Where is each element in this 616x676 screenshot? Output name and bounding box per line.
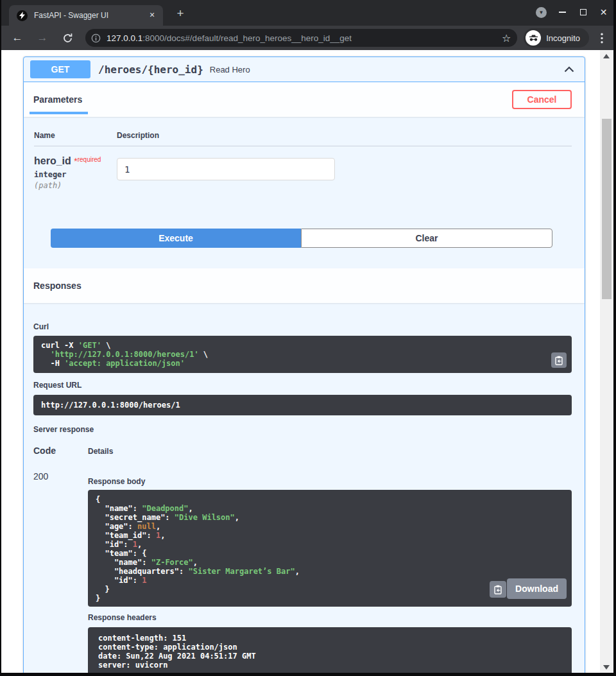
response-body-label: Response body [88,477,572,486]
tab-parameters[interactable]: Parameters [33,94,82,105]
window-controls: ▼ ✕ [536,0,608,24]
parameter-value-cell [117,155,335,190]
status-code: 200 [33,471,88,673]
incognito-label: Incognito [546,33,580,43]
responses-title: Responses [33,281,81,291]
browser-toolbar: ← → 127.0.0.1:8000/docs#/default/read_he… [1,26,613,50]
http-method-badge: GET [30,60,90,78]
page-scrollbar[interactable] [600,50,613,673]
response-headers-label: Response headers [88,613,572,622]
code-line: "headquarters": "Sister Margaret’s Bar", [96,567,564,576]
swagger-page: GET /heroes/{hero_id} Read Hero Paramete… [1,50,613,673]
code-line: -H 'accept: application/json' [41,359,564,368]
hero-id-input[interactable] [117,158,335,180]
clear-button[interactable]: Clear [301,229,552,248]
endpoint-summary: Read Hero [210,65,250,74]
active-tab-underline [30,112,88,114]
scrollbar-thumb[interactable] [602,119,612,299]
code-line: date: Sun,22 Aug 2021 04:51:17 GMT [98,652,561,661]
browser-window: FastAPI - Swagger UI × + ▼ ✕ ← → 127.0.0… [0,0,616,676]
reload-icon[interactable] [60,31,74,45]
execute-wrapper: Execute Clear [51,229,552,248]
tab-title: FastAPI - Swagger UI [34,11,146,20]
code-line: { [96,495,564,504]
address-bar[interactable]: 127.0.0.1:8000/docs#/default/read_hero_h… [85,29,517,47]
browser-update-icon[interactable]: ▼ [536,7,547,18]
maximize-button[interactable] [578,8,588,17]
column-header-name: Name [34,131,117,140]
parameter-location: (path) [34,181,117,190]
fastapi-favicon-icon [17,10,28,21]
code-line: "team": { [96,549,564,558]
forward-icon[interactable]: → [35,31,49,45]
code-line: 'http://127.0.0.1:8000/heroes/1' \ [41,350,564,359]
code-line: "team_id": 1, [96,531,564,540]
cancel-button[interactable]: Cancel [512,90,572,109]
curl-code-block: curl -X 'GET' \ 'http://127.0.0.1:8000/h… [33,336,572,373]
live-response-row: 200 Response body Download { "name": "De… [33,471,572,673]
code-line: "name": "Z-Force", [96,558,564,567]
window-close-button[interactable]: ✕ [599,8,608,17]
scrollbar-down-arrow-icon[interactable] [603,665,610,670]
parameter-row-hero-id: hero_id *required integer (path) [34,146,572,190]
tab-strip: FastAPI - Swagger UI × + ▼ ✕ [1,0,613,26]
column-header-description: Description [117,131,159,140]
code-line: server: uvicorn [98,661,561,670]
parameter-name-cell: hero_id *required integer (path) [34,155,117,190]
opblock-get-heroes: GET /heroes/{hero_id} Read Hero Paramete… [23,56,585,673]
scrollbar-up-arrow-icon[interactable] [603,54,610,58]
url-text[interactable]: 127.0.0.1:8000/docs#/default/read_hero_h… [107,33,502,43]
back-icon[interactable]: ← [10,31,24,45]
copy-response-button[interactable] [490,581,506,598]
responses-header: Responses [24,268,585,303]
request-url-value: http://127.0.0.1:8000/heroes/1 [41,401,564,410]
tab-close-icon[interactable]: × [146,10,158,21]
column-header-details: Details [88,446,113,456]
code-line: "age": null, [96,522,564,531]
execute-button[interactable]: Execute [51,229,301,248]
opblock-summary[interactable]: GET /heroes/{hero_id} Read Hero [24,57,585,82]
page-info-icon[interactable] [91,33,101,43]
parameters-table: Name Description hero_id *required integ… [24,117,585,248]
parameter-name: hero_id [34,155,71,166]
server-response-label: Server response [33,425,572,434]
response-body-block: Download { "name": "Deadpond", "secret_n… [88,490,572,607]
code-line: "id": 1, [96,540,564,549]
copy-curl-button[interactable] [551,352,567,368]
new-tab-button[interactable]: + [172,6,189,22]
request-url-block: http://127.0.0.1:8000/heroes/1 [33,395,572,415]
code-line: "name": "Deadpond", [96,504,564,513]
parameters-table-head: Name Description [34,131,572,146]
required-label: required [78,156,101,163]
responses-inner: Curl curl -X 'GET' \ 'http://127.0.0.1:8… [24,322,585,673]
code-line: content-type: application/json [98,643,561,652]
response-details-cell: Response body Download { "name": "Deadpo… [88,471,572,673]
bookmark-star-icon[interactable]: ☆ [502,32,511,44]
column-header-code: Code [33,446,88,456]
url-host: 127.0.0.1 [107,33,142,43]
minimize-button[interactable] [558,8,567,17]
curl-label: Curl [33,322,572,331]
live-response-table-head: Code Details [33,446,572,456]
code-line: content-length: 151 [98,634,561,643]
request-url-label: Request URL [33,381,572,390]
page-content: GET /heroes/{hero_id} Read Hero Paramete… [1,50,600,673]
collapse-chevron-icon[interactable] [564,66,574,73]
code-line: curl -X 'GET' \ [41,341,564,350]
url-path: :8000/docs#/default/read_hero_heroes__he… [142,33,352,43]
browser-tab[interactable]: FastAPI - Swagger UI × [9,5,163,26]
parameter-type: integer [34,170,117,179]
endpoint-path: /heroes/{hero_id} [98,64,203,76]
code-line: "secret_name": "Dive Wilson", [96,513,564,522]
download-button[interactable]: Download [507,578,567,599]
incognito-icon [526,30,541,46]
response-headers-block: content-length: 151content-type: applica… [88,627,572,673]
browser-menu-icon[interactable] [597,33,607,44]
parameters-header: Parameters Cancel [24,82,585,117]
incognito-badge: Incognito [524,28,589,48]
